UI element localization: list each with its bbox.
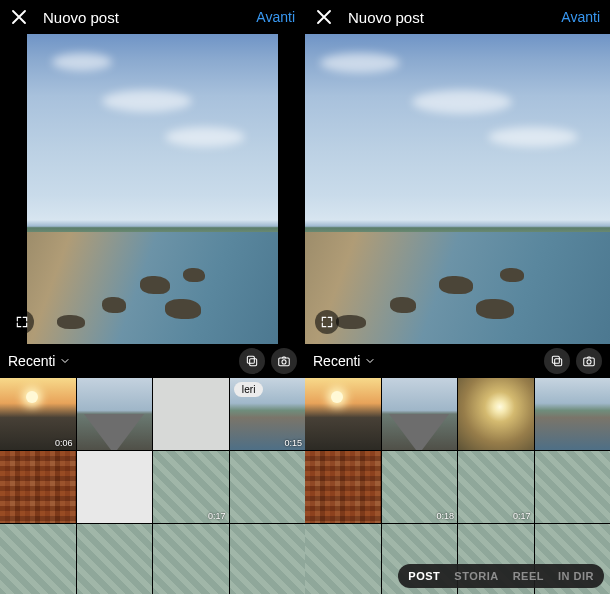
svg-rect-6	[584, 358, 595, 366]
thumbnail[interactable]	[382, 378, 458, 450]
preview-area[interactable]	[305, 34, 610, 344]
gallery-grid: 0:180:17	[305, 378, 610, 594]
thumbnail[interactable]	[305, 524, 381, 594]
thumbnail[interactable]: 0:17	[458, 451, 534, 523]
chevron-down-icon	[364, 355, 376, 367]
camera-button[interactable]	[271, 348, 297, 374]
mode-tab-storia[interactable]: STORIA	[454, 570, 498, 582]
thumbnail[interactable]: 0:06	[0, 378, 76, 450]
multi-select-button[interactable]	[544, 348, 570, 374]
svg-rect-0	[247, 356, 254, 363]
mode-strip: POSTSTORIAREELIN DIR	[398, 564, 604, 588]
expand-icon	[15, 315, 29, 329]
svg-rect-1	[250, 359, 257, 366]
panel-left: Nuovo post Avanti Recenti	[0, 0, 305, 594]
thumbnail[interactable]	[77, 451, 153, 523]
close-button[interactable]	[10, 8, 28, 26]
multi-select-icon	[550, 354, 564, 368]
thumbnail[interactable]: 0:15Ieri	[230, 378, 306, 450]
svg-rect-5	[555, 359, 562, 366]
thumbnail[interactable]	[305, 451, 381, 523]
thumbnail[interactable]	[230, 451, 306, 523]
svg-point-3	[282, 360, 286, 364]
album-picker[interactable]: Recenti	[313, 353, 376, 369]
video-duration: 0:17	[513, 511, 531, 521]
next-button[interactable]: Avanti	[561, 9, 600, 25]
thumbnail[interactable]: 0:18	[382, 451, 458, 523]
thumbnail[interactable]	[77, 524, 153, 594]
thumbnail[interactable]	[458, 378, 534, 450]
svg-rect-2	[279, 358, 290, 366]
multi-select-button[interactable]	[239, 348, 265, 374]
thumbnail[interactable]	[153, 378, 229, 450]
album-label: Recenti	[313, 353, 360, 369]
preview-area[interactable]	[0, 34, 305, 344]
thumbnail[interactable]	[305, 378, 381, 450]
mode-tab-reel[interactable]: REEL	[513, 570, 544, 582]
chevron-down-icon	[59, 355, 71, 367]
close-icon	[315, 8, 333, 26]
panel-right: Nuovo post Avanti Recenti	[305, 0, 610, 594]
video-duration: 0:18	[436, 511, 454, 521]
thumbnail[interactable]	[535, 378, 611, 450]
header: Nuovo post Avanti	[0, 0, 305, 34]
gallery-grid: 0:060:15Ieri0:17	[0, 378, 305, 594]
svg-rect-4	[552, 356, 559, 363]
thumbnail[interactable]	[0, 451, 76, 523]
camera-button[interactable]	[576, 348, 602, 374]
album-picker[interactable]: Recenti	[8, 353, 71, 369]
close-icon	[10, 8, 28, 26]
mode-tab-post[interactable]: POST	[408, 570, 440, 582]
mode-tab-in-dir[interactable]: IN DIR	[558, 570, 594, 582]
album-label: Recenti	[8, 353, 55, 369]
thumbnail[interactable]: 0:17	[153, 451, 229, 523]
thumbnail[interactable]	[153, 524, 229, 594]
video-duration: 0:06	[55, 438, 73, 448]
next-button[interactable]: Avanti	[256, 9, 295, 25]
date-chip: Ieri	[234, 382, 264, 397]
camera-icon	[582, 354, 596, 368]
expand-icon	[320, 315, 334, 329]
multi-select-icon	[245, 354, 259, 368]
preview-image	[27, 34, 277, 344]
close-button[interactable]	[315, 8, 333, 26]
page-title: Nuovo post	[43, 9, 119, 26]
thumbnail[interactable]	[230, 524, 306, 594]
page-title: Nuovo post	[348, 9, 424, 26]
gallery-bar: Recenti	[0, 344, 305, 378]
thumbnail[interactable]	[0, 524, 76, 594]
camera-icon	[277, 354, 291, 368]
expand-crop-button[interactable]	[10, 310, 34, 334]
header: Nuovo post Avanti	[305, 0, 610, 34]
preview-image	[305, 34, 610, 344]
expand-crop-button[interactable]	[315, 310, 339, 334]
thumbnail[interactable]	[535, 451, 611, 523]
thumbnail[interactable]	[77, 378, 153, 450]
svg-point-7	[587, 360, 591, 364]
gallery-bar: Recenti	[305, 344, 610, 378]
video-duration: 0:15	[284, 438, 302, 448]
video-duration: 0:17	[208, 511, 226, 521]
